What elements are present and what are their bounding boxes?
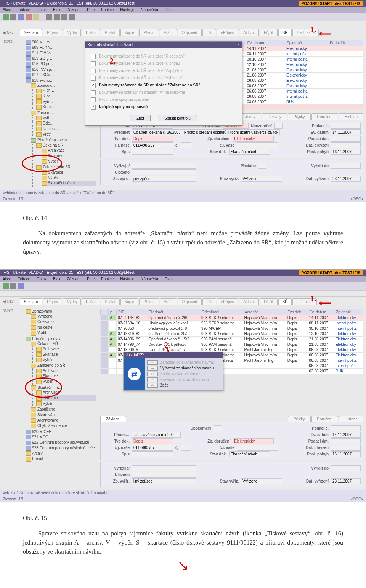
col-zpdoruc[interactable]: Zp.doruč.	[285, 40, 328, 46]
tab-seznam[interactable]: Seznam	[20, 298, 42, 305]
menu-akce[interactable]: Akce	[3, 8, 11, 12]
menu-nastroje[interactable]: Nástroje	[120, 277, 134, 281]
menu-zaznam[interactable]: Záznam	[67, 8, 80, 12]
popup-option-button[interactable]: >>	[147, 383, 158, 388]
tree-item[interactable]: Archivace	[36, 346, 96, 352]
fld-predmet[interactable]	[132, 129, 280, 135]
tab-prijem[interactable]: Příjem	[43, 298, 62, 305]
tab-sr[interactable]: SŘ	[278, 298, 292, 305]
tree-item[interactable]: Skartace	[36, 395, 96, 401]
tree-item[interactable]: Chybná evidence	[31, 423, 96, 428]
dialog-option[interactable]: Dokumenty zařazené do SŘ ve složce "Vyří…	[91, 76, 236, 81]
menu-pole[interactable]: Pole	[87, 277, 95, 281]
tree-item[interactable]: Skartace	[42, 170, 96, 175]
tree-item[interactable]: Zařazeno do SŘ Skartace Výběr Skartační …	[36, 165, 96, 186]
fld-podacidat[interactable]	[331, 136, 361, 142]
dialog-option[interactable]: Dokumenty zařazené do SŘ ve složce "Zapů…	[91, 69, 236, 74]
menu-editace[interactable]: Editace	[18, 277, 30, 281]
fld-typdok[interactable]	[132, 136, 173, 142]
row-selector[interactable]	[101, 331, 109, 336]
fld-cj[interactable]	[181, 142, 191, 148]
tab-doslo[interactable]: Došlo	[82, 298, 100, 305]
tree-item[interactable]: Zpracováno Vyřízeno Odesláno Na cestě Vr…	[26, 309, 96, 336]
tree-item[interactable]: Příruční spisovna Čeká na SŘ Archivace S…	[26, 336, 96, 429]
menu-blok[interactable]: Blok	[53, 8, 60, 12]
tree-item[interactable]: Archivace	[42, 148, 96, 153]
tree-item[interactable]: Výběr	[42, 175, 96, 181]
fld-upozorneni[interactable]	[274, 123, 283, 129]
fld-zpvyriz[interactable]	[132, 478, 196, 484]
dialog-option[interactable]: Neúplné spisy na spisovně	[91, 105, 236, 110]
tab-vratit[interactable]: Vrátit	[160, 298, 177, 305]
menu-editace[interactable]: Editace	[18, 8, 30, 12]
tab-predat[interactable]: Předat	[139, 298, 159, 305]
fld-postpohyb[interactable]	[331, 149, 361, 155]
fld-vyrizuje[interactable]	[132, 163, 196, 169]
table-row[interactable]: A07-18619_82opatření děkana č. 20/2903 S…	[101, 331, 363, 336]
dialog-option[interactable]: Dokumenty zařazené do SŘ ve složce "Zařa…	[91, 83, 236, 88]
tree-item[interactable]: 922 Centrum podpory apl.výstupů	[26, 440, 96, 445]
fld-cjvase[interactable]	[237, 142, 278, 148]
col-adresat[interactable]: Adresát	[243, 309, 286, 315]
col-pid[interactable]: PID	[117, 309, 147, 315]
tree-item[interactable]: Skartační ná… Archivace Skartace Výběr	[31, 385, 96, 407]
tab-prijem[interactable]: Příjem	[43, 29, 62, 36]
col-podacic[interactable]: Podací č.	[328, 40, 363, 46]
nav-back[interactable]: ◀ Nav	[3, 30, 14, 35]
checkbox-icon[interactable]	[91, 76, 96, 81]
fld-zpvyriz[interactable]	[132, 176, 196, 182]
tree-item[interactable]: Výběr	[36, 357, 96, 363]
ftab-historie[interactable]: Historie	[339, 113, 363, 120]
tree-item[interactable]: Odesláno	[31, 319, 96, 324]
fld-spis[interactable]	[132, 451, 173, 457]
col-predmet[interactable]: Předmět	[147, 309, 200, 315]
checkbox-icon[interactable]	[91, 105, 96, 110]
tree-item[interactable]: Na cest…	[36, 126, 96, 132]
tree-item[interactable]: Skartační návrh	[42, 181, 96, 186]
fld-cjnase[interactable]	[132, 142, 173, 148]
row-selector[interactable]	[101, 315, 109, 320]
checkbox-icon[interactable]	[91, 90, 96, 95]
fld-evdatum[interactable]	[331, 129, 361, 135]
tree-item[interactable]: Skartace	[36, 374, 96, 379]
col-p[interactable]: p	[109, 309, 117, 315]
table-row[interactable]: A07-22144_82Opatření děkana č. 26/903 SE…	[101, 315, 363, 320]
row-selector[interactable]	[101, 347, 109, 352]
ftab-doruceni[interactable]: Doručení	[311, 416, 339, 422]
fld-vyriditdo[interactable]	[331, 465, 361, 471]
fld-podacic[interactable]	[331, 123, 361, 129]
tab-poslat[interactable]: Poslat	[101, 298, 120, 305]
tree-item[interactable]: Archivace	[36, 368, 96, 374]
toolbar-icon[interactable]	[46, 14, 52, 20]
tab-aktivni[interactable]: Aktivní	[239, 29, 259, 36]
tree-item[interactable]: Skartováno	[31, 412, 96, 418]
tab-seznam[interactable]: Seznam	[20, 29, 42, 36]
checkbox-icon[interactable]	[91, 97, 96, 102]
tree-item[interactable]: Archiv	[26, 451, 96, 456]
toolbar-icon[interactable]	[18, 14, 24, 20]
ftab-doruceni[interactable]: Doručení	[311, 113, 339, 120]
tree-item[interactable]: Zařazeno do SŘ Archivace Skartace Výběr	[31, 363, 96, 385]
tab-pujcit[interactable]: Půjčit	[260, 298, 277, 305]
tab-odpoved[interactable]: Odpověď	[178, 29, 202, 36]
ftab-historie[interactable]: Historie	[339, 416, 363, 422]
tab-predat[interactable]: Předat	[139, 29, 159, 36]
tab-pujcit[interactable]: Půjčit	[260, 29, 277, 36]
fld-zpdoruc[interactable]	[233, 438, 274, 444]
row-selector[interactable]	[101, 352, 109, 358]
fld-typdok[interactable]	[132, 438, 173, 444]
tree-item[interactable]: Vyřízeno	[31, 314, 96, 319]
tree-item[interactable]: Skartace	[42, 153, 96, 159]
toolbar-icon[interactable]	[26, 14, 32, 20]
tree-item[interactable]: Čeká na SŘ Archivace Skartace Výběr	[36, 143, 96, 165]
fld-podacidat[interactable]	[331, 438, 361, 444]
row-selector[interactable]	[101, 336, 109, 342]
popup-option[interactable]: <<Vyřazení ze skartačního návrhu	[147, 366, 220, 371]
row-selector[interactable]	[101, 326, 109, 331]
tree-item[interactable]: E-mail	[26, 456, 96, 462]
tree-item[interactable]: Příruční spisovna Čeká na SŘ Archivace S…	[31, 137, 96, 187]
tree-item[interactable]: Na cestě	[31, 325, 96, 330]
menu-dotaz[interactable]: Dotaz	[37, 277, 47, 281]
tab-aktivni[interactable]: Aktivní	[239, 298, 259, 305]
ftab-zakladni[interactable]: Základní	[100, 416, 126, 422]
